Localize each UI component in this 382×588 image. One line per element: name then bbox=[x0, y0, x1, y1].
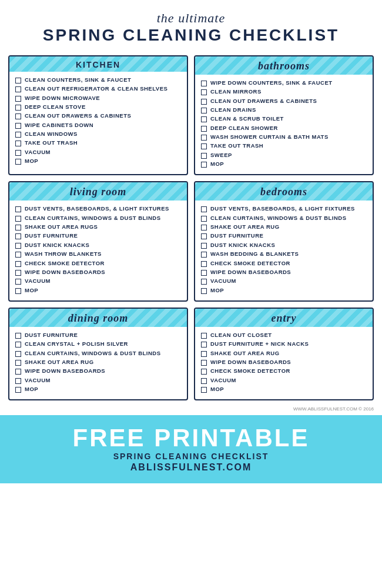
checkbox[interactable] bbox=[15, 270, 21, 276]
checklist-grid: KITCHEN CLEAN COUNTERS, SINK & FAUCET CL… bbox=[0, 51, 382, 405]
checkbox[interactable] bbox=[201, 279, 207, 285]
checkbox[interactable] bbox=[15, 333, 21, 339]
checkbox[interactable] bbox=[201, 233, 207, 239]
dining-room-title: dining room bbox=[15, 312, 181, 325]
bedrooms-header: bedrooms bbox=[195, 182, 373, 201]
checkbox[interactable] bbox=[15, 86, 21, 92]
list-item: VACUUM bbox=[15, 278, 181, 285]
checkbox[interactable] bbox=[15, 105, 21, 111]
checkbox[interactable] bbox=[201, 126, 207, 132]
header-main-title: SPRING CLEANING CHECKLIST bbox=[6, 26, 376, 45]
checkbox[interactable] bbox=[201, 135, 207, 141]
checkbox[interactable] bbox=[201, 153, 207, 159]
list-item: CLEAN OUT DRAWERS & CABINETS bbox=[15, 112, 181, 119]
footer-checklist-label: SPRING CLEANING CHECKLIST bbox=[6, 452, 376, 461]
checkbox[interactable] bbox=[201, 81, 207, 86]
section-living-room: living room DUST VENTS, BASEBOARDS, & LI… bbox=[8, 181, 188, 301]
bathrooms-title: bathrooms bbox=[201, 60, 367, 72]
list-item: MOP bbox=[15, 386, 181, 393]
checkbox[interactable] bbox=[201, 333, 207, 339]
checkbox[interactable] bbox=[201, 243, 207, 249]
list-item: CLEAN OUT CLOSET bbox=[201, 332, 367, 339]
checkbox[interactable] bbox=[15, 342, 21, 348]
list-item: SHAKE OUT AREA RUG bbox=[201, 350, 367, 357]
checkbox[interactable] bbox=[15, 225, 21, 230]
list-item: CLEAN MIRRORS bbox=[201, 88, 367, 95]
checkbox[interactable] bbox=[15, 360, 21, 366]
section-dining-room: dining room DUST FURNITURE CLEAN CRYSTAL… bbox=[8, 308, 188, 400]
list-item: CLEAN DRAINS bbox=[201, 106, 367, 113]
checkbox[interactable] bbox=[15, 123, 21, 129]
list-item: CHECK SMOKE DETECTOR bbox=[201, 368, 367, 375]
list-item: SHAKE OUT AREA RUG bbox=[201, 223, 367, 230]
footer-site-label: ABLISSFULNEST.COM bbox=[6, 462, 376, 473]
checkbox[interactable] bbox=[15, 378, 21, 384]
list-item: MOP bbox=[201, 386, 367, 393]
checkbox[interactable] bbox=[15, 252, 21, 258]
checkbox[interactable] bbox=[201, 351, 207, 357]
checkbox[interactable] bbox=[15, 243, 21, 249]
bathrooms-body: WIPE DOWN COUNTERS, SINK & FAUCET CLEAN … bbox=[195, 75, 373, 174]
list-item: DUST FURNITURE + NICK NACKS bbox=[201, 340, 367, 348]
checkbox[interactable] bbox=[201, 378, 207, 384]
list-item: WIPE DOWN COUNTERS, SINK & FAUCET bbox=[201, 79, 367, 86]
list-item: CHECK SMOKE DETECTOR bbox=[201, 260, 367, 267]
checkbox[interactable] bbox=[15, 233, 21, 239]
checkbox[interactable] bbox=[201, 143, 207, 149]
checkbox[interactable] bbox=[15, 351, 21, 357]
checkbox[interactable] bbox=[201, 206, 207, 212]
checkbox[interactable] bbox=[15, 261, 21, 267]
list-item: VACUUM bbox=[201, 377, 367, 384]
checkbox[interactable] bbox=[201, 342, 207, 348]
list-item: DUST FURNITURE bbox=[15, 332, 181, 339]
section-bathrooms: bathrooms WIPE DOWN COUNTERS, SINK & FAU… bbox=[194, 55, 374, 175]
entry-header: entry bbox=[195, 309, 373, 327]
checkbox[interactable] bbox=[201, 288, 207, 294]
checkbox[interactable] bbox=[15, 96, 21, 102]
checkbox[interactable] bbox=[15, 159, 21, 165]
checkbox[interactable] bbox=[15, 288, 21, 294]
checkbox[interactable] bbox=[15, 216, 21, 222]
list-item: MOP bbox=[15, 287, 181, 294]
entry-body: CLEAN OUT CLOSET DUST FURNITURE + NICK N… bbox=[195, 327, 373, 399]
list-item: CLEAN CRYSTAL + POLISH SILVER bbox=[15, 340, 181, 348]
list-item: MOP bbox=[201, 161, 367, 168]
checkbox[interactable] bbox=[201, 89, 207, 95]
list-item: SHAKE OUT AREA RUG bbox=[15, 359, 181, 366]
living-room-body: DUST VENTS, BASEBOARDS, & LIGHT FIXTURES… bbox=[9, 201, 187, 300]
bedrooms-title: bedrooms bbox=[201, 186, 367, 198]
list-item: SHAKE OUT AREA RUGS bbox=[15, 223, 181, 230]
list-item: WIPE CABINETS DOWN bbox=[15, 122, 181, 129]
checkbox[interactable] bbox=[15, 206, 21, 212]
checkbox[interactable] bbox=[15, 132, 21, 138]
list-item: CLEAN & SCRUB TOILET bbox=[201, 115, 367, 122]
checkbox[interactable] bbox=[201, 369, 207, 375]
dining-room-header: dining room bbox=[9, 309, 187, 327]
footer-free-label: FREE PRINTABLE bbox=[6, 426, 376, 450]
list-item: CLEAN OUT DRAWERS & CABINETS bbox=[201, 98, 367, 105]
living-room-title: living room bbox=[15, 186, 181, 198]
checkbox[interactable] bbox=[201, 116, 207, 122]
list-item: WASH SHOWER CURTAIN & BATH MATS bbox=[201, 133, 367, 141]
checkbox[interactable] bbox=[15, 141, 21, 146]
checkbox[interactable] bbox=[15, 150, 21, 156]
section-kitchen: KITCHEN CLEAN COUNTERS, SINK & FAUCET CL… bbox=[8, 55, 188, 175]
checkbox[interactable] bbox=[15, 113, 21, 119]
checkbox[interactable] bbox=[201, 270, 207, 276]
list-item: CLEAN OUT REFRIGERATOR & CLEAN SHELVES bbox=[15, 85, 181, 92]
list-item: WIPE DOWN MICROWAVE bbox=[15, 95, 181, 102]
checkbox[interactable] bbox=[201, 261, 207, 267]
checkbox[interactable] bbox=[201, 216, 207, 222]
checkbox[interactable] bbox=[15, 279, 21, 285]
checkbox[interactable] bbox=[15, 369, 21, 375]
checkbox[interactable] bbox=[201, 108, 207, 113]
list-item: CLEAN CURTAINS, WINDOWS & DUST BLINDS bbox=[15, 215, 181, 222]
checkbox[interactable] bbox=[15, 78, 21, 83]
checkbox[interactable] bbox=[201, 387, 207, 393]
checkbox[interactable] bbox=[201, 225, 207, 230]
checkbox[interactable] bbox=[201, 252, 207, 258]
checkbox[interactable] bbox=[201, 99, 207, 105]
checkbox[interactable] bbox=[201, 360, 207, 366]
checkbox[interactable] bbox=[15, 387, 21, 393]
checkbox[interactable] bbox=[201, 162, 207, 168]
